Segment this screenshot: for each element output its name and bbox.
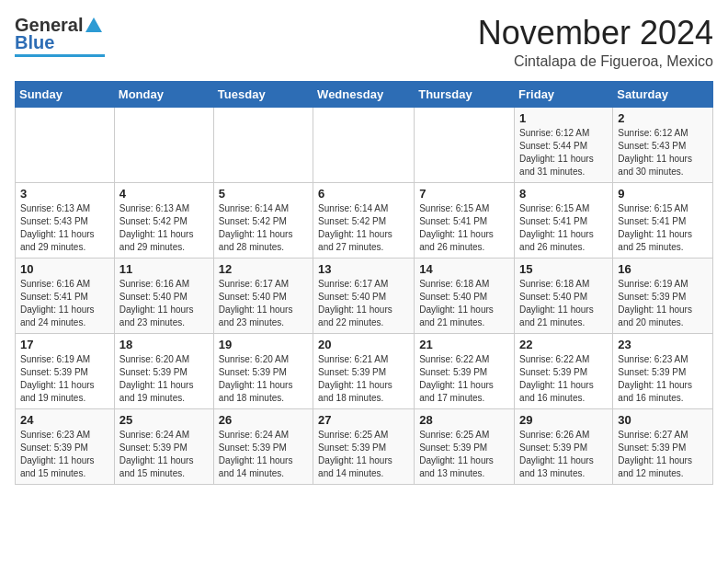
day-number: 10 bbox=[20, 262, 109, 276]
weekday-header-tuesday: Tuesday bbox=[213, 81, 313, 107]
month-title: November 2024 bbox=[478, 15, 713, 52]
day-number: 9 bbox=[618, 187, 708, 201]
day-info: Sunrise: 6:17 AM Sunset: 5:40 PM Dayligh… bbox=[318, 278, 409, 329]
day-number: 21 bbox=[419, 338, 509, 351]
calendar-table: SundayMondayTuesdayWednesdayThursdayFrid… bbox=[15, 81, 713, 485]
day-info: Sunrise: 6:23 AM Sunset: 5:39 PM Dayligh… bbox=[20, 429, 109, 480]
day-info: Sunrise: 6:14 AM Sunset: 5:42 PM Dayligh… bbox=[219, 202, 308, 254]
calendar-cell: 18Sunrise: 6:20 AM Sunset: 5:39 PM Dayli… bbox=[114, 333, 213, 408]
week-row-4: 17Sunrise: 6:19 AM Sunset: 5:39 PM Dayli… bbox=[16, 333, 713, 408]
day-number: 6 bbox=[318, 187, 409, 201]
calendar-cell: 29Sunrise: 6:26 AM Sunset: 5:39 PM Dayli… bbox=[515, 408, 613, 484]
calendar-cell bbox=[313, 107, 415, 182]
day-info: Sunrise: 6:16 AM Sunset: 5:41 PM Dayligh… bbox=[20, 278, 109, 329]
day-info: Sunrise: 6:21 AM Sunset: 5:39 PM Dayligh… bbox=[318, 353, 409, 405]
day-info: Sunrise: 6:14 AM Sunset: 5:42 PM Dayligh… bbox=[318, 202, 409, 254]
day-number: 28 bbox=[419, 413, 509, 427]
calendar-cell: 13Sunrise: 6:17 AM Sunset: 5:40 PM Dayli… bbox=[313, 258, 415, 333]
day-number: 7 bbox=[419, 187, 509, 201]
calendar-cell: 14Sunrise: 6:18 AM Sunset: 5:40 PM Dayli… bbox=[415, 258, 515, 333]
calendar-cell bbox=[114, 107, 213, 182]
day-info: Sunrise: 6:20 AM Sunset: 5:39 PM Dayligh… bbox=[219, 353, 308, 405]
day-number: 19 bbox=[219, 338, 308, 351]
day-number: 11 bbox=[119, 262, 209, 276]
calendar-cell: 10Sunrise: 6:16 AM Sunset: 5:41 PM Dayli… bbox=[16, 258, 115, 333]
day-info: Sunrise: 6:24 AM Sunset: 5:39 PM Dayligh… bbox=[119, 429, 209, 480]
title-area: November 2024 Cintalapa de Figueroa, Mex… bbox=[478, 15, 713, 70]
day-number: 22 bbox=[519, 338, 608, 351]
calendar-cell: 26Sunrise: 6:24 AM Sunset: 5:39 PM Dayli… bbox=[213, 408, 313, 484]
calendar-cell: 11Sunrise: 6:16 AM Sunset: 5:40 PM Dayli… bbox=[114, 258, 213, 333]
calendar-cell: 22Sunrise: 6:22 AM Sunset: 5:39 PM Dayli… bbox=[515, 333, 613, 408]
weekday-header-thursday: Thursday bbox=[415, 81, 515, 107]
day-info: Sunrise: 6:18 AM Sunset: 5:40 PM Dayligh… bbox=[419, 278, 509, 329]
calendar-cell: 3Sunrise: 6:13 AM Sunset: 5:43 PM Daylig… bbox=[16, 182, 115, 258]
calendar-cell: 28Sunrise: 6:25 AM Sunset: 5:39 PM Dayli… bbox=[415, 408, 515, 484]
day-info: Sunrise: 6:26 AM Sunset: 5:39 PM Dayligh… bbox=[519, 429, 608, 480]
day-number: 23 bbox=[618, 338, 708, 351]
week-row-2: 3Sunrise: 6:13 AM Sunset: 5:43 PM Daylig… bbox=[16, 182, 713, 258]
day-number: 26 bbox=[219, 413, 308, 427]
calendar-cell bbox=[16, 107, 115, 182]
week-row-3: 10Sunrise: 6:16 AM Sunset: 5:41 PM Dayli… bbox=[16, 258, 713, 333]
calendar-cell: 30Sunrise: 6:27 AM Sunset: 5:39 PM Dayli… bbox=[613, 408, 713, 484]
day-number: 13 bbox=[318, 262, 409, 276]
day-number: 30 bbox=[618, 413, 708, 427]
day-info: Sunrise: 6:25 AM Sunset: 5:39 PM Dayligh… bbox=[318, 429, 409, 480]
day-number: 25 bbox=[119, 413, 209, 427]
day-number: 24 bbox=[20, 413, 109, 427]
day-number: 27 bbox=[318, 413, 409, 427]
day-number: 8 bbox=[519, 187, 608, 201]
weekday-header-saturday: Saturday bbox=[613, 81, 713, 107]
weekday-header-row: SundayMondayTuesdayWednesdayThursdayFrid… bbox=[16, 81, 713, 107]
day-number: 4 bbox=[119, 187, 209, 201]
week-row-1: 1Sunrise: 6:12 AM Sunset: 5:44 PM Daylig… bbox=[16, 107, 713, 182]
day-info: Sunrise: 6:20 AM Sunset: 5:39 PM Dayligh… bbox=[119, 353, 209, 405]
day-info: Sunrise: 6:22 AM Sunset: 5:39 PM Dayligh… bbox=[519, 353, 608, 405]
day-info: Sunrise: 6:15 AM Sunset: 5:41 PM Dayligh… bbox=[419, 202, 509, 254]
calendar-cell: 21Sunrise: 6:22 AM Sunset: 5:39 PM Dayli… bbox=[415, 333, 515, 408]
day-info: Sunrise: 6:15 AM Sunset: 5:41 PM Dayligh… bbox=[618, 202, 708, 254]
day-info: Sunrise: 6:23 AM Sunset: 5:39 PM Dayligh… bbox=[618, 353, 708, 405]
header: General Blue November 2024 Cintalapa de … bbox=[15, 15, 713, 70]
calendar-cell: 15Sunrise: 6:18 AM Sunset: 5:40 PM Dayli… bbox=[515, 258, 613, 333]
calendar-cell: 20Sunrise: 6:21 AM Sunset: 5:39 PM Dayli… bbox=[313, 333, 415, 408]
calendar-cell: 23Sunrise: 6:23 AM Sunset: 5:39 PM Dayli… bbox=[613, 333, 713, 408]
day-info: Sunrise: 6:22 AM Sunset: 5:39 PM Dayligh… bbox=[419, 353, 509, 405]
calendar-cell bbox=[415, 107, 515, 182]
calendar-cell: 12Sunrise: 6:17 AM Sunset: 5:40 PM Dayli… bbox=[213, 258, 313, 333]
day-number: 5 bbox=[219, 187, 308, 201]
location-title: Cintalapa de Figueroa, Mexico bbox=[478, 53, 713, 70]
logo: General Blue bbox=[15, 15, 105, 57]
logo-blue: Blue bbox=[15, 32, 54, 52]
day-info: Sunrise: 6:12 AM Sunset: 5:44 PM Dayligh… bbox=[519, 127, 608, 178]
day-info: Sunrise: 6:17 AM Sunset: 5:40 PM Dayligh… bbox=[219, 278, 308, 329]
calendar-cell: 24Sunrise: 6:23 AM Sunset: 5:39 PM Dayli… bbox=[16, 408, 115, 484]
calendar-cell: 27Sunrise: 6:25 AM Sunset: 5:39 PM Dayli… bbox=[313, 408, 415, 484]
calendar-cell: 6Sunrise: 6:14 AM Sunset: 5:42 PM Daylig… bbox=[313, 182, 415, 258]
day-number: 20 bbox=[318, 338, 409, 351]
day-info: Sunrise: 6:13 AM Sunset: 5:42 PM Dayligh… bbox=[119, 202, 209, 254]
weekday-header-friday: Friday bbox=[515, 81, 613, 107]
day-info: Sunrise: 6:16 AM Sunset: 5:40 PM Dayligh… bbox=[119, 278, 209, 329]
day-info: Sunrise: 6:25 AM Sunset: 5:39 PM Dayligh… bbox=[419, 429, 509, 480]
calendar-cell: 4Sunrise: 6:13 AM Sunset: 5:42 PM Daylig… bbox=[114, 182, 213, 258]
calendar-cell: 17Sunrise: 6:19 AM Sunset: 5:39 PM Dayli… bbox=[16, 333, 115, 408]
weekday-header-wednesday: Wednesday bbox=[313, 81, 415, 107]
weekday-header-sunday: Sunday bbox=[16, 81, 115, 107]
calendar-cell: 1Sunrise: 6:12 AM Sunset: 5:44 PM Daylig… bbox=[515, 107, 613, 182]
day-number: 29 bbox=[519, 413, 608, 427]
day-number: 1 bbox=[519, 111, 608, 125]
day-number: 16 bbox=[618, 262, 708, 276]
calendar-cell: 25Sunrise: 6:24 AM Sunset: 5:39 PM Dayli… bbox=[114, 408, 213, 484]
day-number: 3 bbox=[20, 187, 109, 201]
day-info: Sunrise: 6:12 AM Sunset: 5:43 PM Dayligh… bbox=[618, 127, 708, 178]
calendar-cell: 2Sunrise: 6:12 AM Sunset: 5:43 PM Daylig… bbox=[613, 107, 713, 182]
weekday-header-monday: Monday bbox=[114, 81, 213, 107]
day-number: 18 bbox=[119, 338, 209, 351]
day-number: 15 bbox=[519, 262, 608, 276]
svg-marker-0 bbox=[85, 17, 102, 32]
calendar-cell: 5Sunrise: 6:14 AM Sunset: 5:42 PM Daylig… bbox=[213, 182, 313, 258]
calendar-cell: 7Sunrise: 6:15 AM Sunset: 5:41 PM Daylig… bbox=[415, 182, 515, 258]
day-info: Sunrise: 6:18 AM Sunset: 5:40 PM Dayligh… bbox=[519, 278, 608, 329]
